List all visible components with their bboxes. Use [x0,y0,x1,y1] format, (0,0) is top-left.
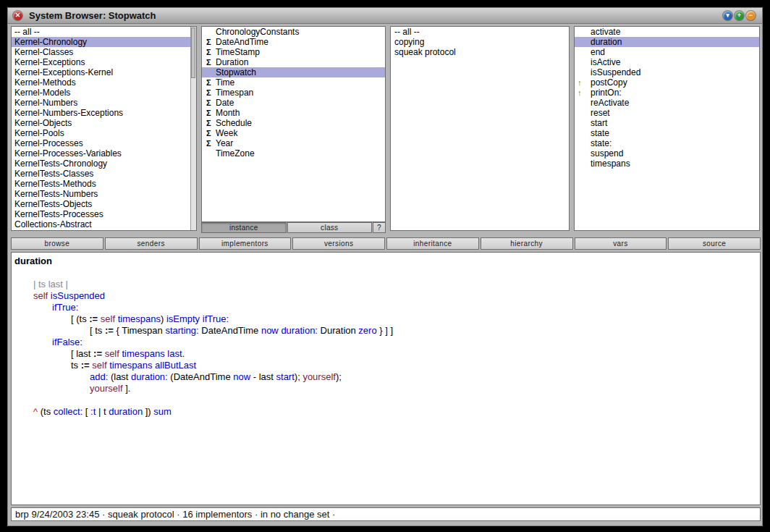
token-message: sum [153,406,172,417]
list-item[interactable]: -- all -- [12,27,190,37]
list-item-label: Month [216,108,240,118]
methods-list[interactable]: activatedurationendisActiveisSuspended↑p… [575,27,759,169]
list-item[interactable]: Kernel-Numbers [12,98,190,108]
list-item-label: isSuspended [591,67,640,77]
categories-list[interactable]: -- all --Kernel-ChronologyKernel-Classes… [12,27,190,229]
list-item[interactable]: suspend [575,148,759,159]
code-editor[interactable]: duration | ts last |self isSuspendedifTr… [11,252,761,505]
code-line: ts := self timespans allButLast [12,360,760,371]
list-item[interactable]: ↑printOn: [575,88,759,98]
list-item[interactable]: ΣWeek [202,128,385,138]
list-item[interactable]: Kernel-Numbers-Exceptions [12,108,190,118]
list-item-label: end [591,47,605,57]
token-plain: ); [336,371,342,382]
list-item[interactable]: Kernel-Exceptions-Kernel [12,67,190,77]
list-item-label: DateAndTime [216,37,268,47]
categories-scrollbar[interactable] [190,27,196,230]
protocols-list[interactable]: -- all --copyingsqueak protocol [391,27,569,57]
list-item[interactable]: copying [391,37,569,47]
source-button[interactable]: source [668,237,761,250]
list-item[interactable]: ChronologyConstants [202,27,385,37]
list-item[interactable]: KernelTests-Processes [12,209,190,219]
inheritance-button[interactable]: inheritance [386,237,479,250]
list-item-label: reActivate [591,98,629,108]
list-item[interactable]: state [575,128,759,138]
code-line: duration [12,256,760,267]
token-message: timespans [109,360,152,371]
list-item[interactable]: Kernel-Pools [12,128,190,138]
list-item[interactable]: reset [575,108,759,118]
list-item[interactable]: Kernel-Models [12,88,190,98]
token-plain: (ts [38,406,54,417]
list-item[interactable]: ΣTime [202,77,385,88]
list-item[interactable]: state: [575,138,759,148]
list-item[interactable]: ΣDuration [202,57,385,67]
token-message: duration: [131,371,168,382]
list-item[interactable]: start [575,118,759,128]
list-item[interactable]: Kernel-Processes-Variables [12,148,190,159]
list-item[interactable]: TimeZone [202,148,385,159]
list-item[interactable]: isSuspended [575,67,759,77]
window-menu-button[interactable]: ▾ [723,11,732,20]
expand-button[interactable]: + [735,11,744,20]
list-item[interactable]: KernelTests-Chronology [12,159,190,169]
list-item[interactable]: end [575,47,759,57]
list-item[interactable]: Stopwatch [202,67,385,77]
list-item[interactable]: Kernel-Objects [12,118,190,128]
list-item[interactable]: isActive [575,57,759,67]
list-item[interactable]: KernelTests-Classes [12,169,190,179]
scrollbar-thumb[interactable] [191,28,195,78]
list-item[interactable]: reActivate [575,98,759,108]
help-button[interactable]: ? [373,222,386,233]
list-item[interactable]: KernelTests-Numbers [12,189,190,199]
list-item-label: copying [394,37,424,47]
browse-button[interactable]: browse [11,237,103,250]
list-item[interactable]: duration [575,37,759,47]
list-item-label: isActive [591,57,620,67]
list-item[interactable]: ΣTimespan [202,88,385,98]
list-item[interactable]: Kernel-Methods [12,77,190,88]
list-item[interactable]: Collections-Abstract [12,219,190,229]
classes-list[interactable]: ChronologyConstantsΣDateAndTimeΣTimeStam… [202,27,385,159]
vars-button[interactable]: vars [575,237,667,250]
status-text: brp 9/24/2003 23:45 · squeak protocol · … [15,509,335,520]
versions-button[interactable]: versions [292,237,385,250]
list-item[interactable]: -- all -- [391,27,569,37]
list-item[interactable]: Kernel-Classes [12,47,190,57]
sigma-icon: Σ [206,47,216,57]
list-item[interactable]: squeak protocol [391,47,569,57]
list-item-label: Timespan [216,88,253,98]
list-item[interactable]: KernelTests-Objects [12,199,190,209]
toolbar: browse senders implementors versions inh… [11,237,761,250]
token-message: now [233,371,250,382]
list-item[interactable]: Kernel-Exceptions [12,57,190,67]
list-item[interactable]: timespans [575,159,759,169]
window-menu-icon: ▾ [726,12,729,19]
token-plain: ts [71,360,81,371]
list-item[interactable]: KernelTests-Methods [12,179,190,189]
titlebar[interactable]: ✕ System Browser: Stopwatch ▾ + − [8,8,762,24]
list-item[interactable]: ΣTimeStamp [202,47,385,57]
instance-button[interactable]: instance [201,222,287,233]
code-line: yourself ]. [12,383,760,394]
list-item[interactable]: activate [575,27,759,37]
class-button[interactable]: class [287,222,373,233]
list-item[interactable]: Kernel-Chronology [12,37,190,47]
hierarchy-button[interactable]: hierarchy [481,237,573,250]
senders-button[interactable]: senders [105,237,198,250]
list-item[interactable]: ΣDate [202,98,385,108]
implementors-button[interactable]: implementors [199,237,292,250]
token-message: add: [90,371,108,382]
list-item[interactable]: ΣSchedule [202,118,385,128]
list-item[interactable]: ↑postCopy [575,77,759,88]
collapse-button[interactable]: − [746,11,756,20]
list-item[interactable]: Kernel-Processes [12,138,190,148]
list-item-label: printOn: [591,88,622,98]
list-item-label: Kernel-Processes-Variables [14,148,122,159]
list-item[interactable]: ΣDateAndTime [202,37,385,47]
list-item[interactable]: ΣYear [202,138,385,148]
protocols-pane: -- all --copyingsqueak protocol [390,26,570,231]
list-item-label: -- all -- [394,27,420,37]
list-item[interactable]: ΣMonth [202,108,385,118]
close-button[interactable]: ✕ [13,11,22,20]
